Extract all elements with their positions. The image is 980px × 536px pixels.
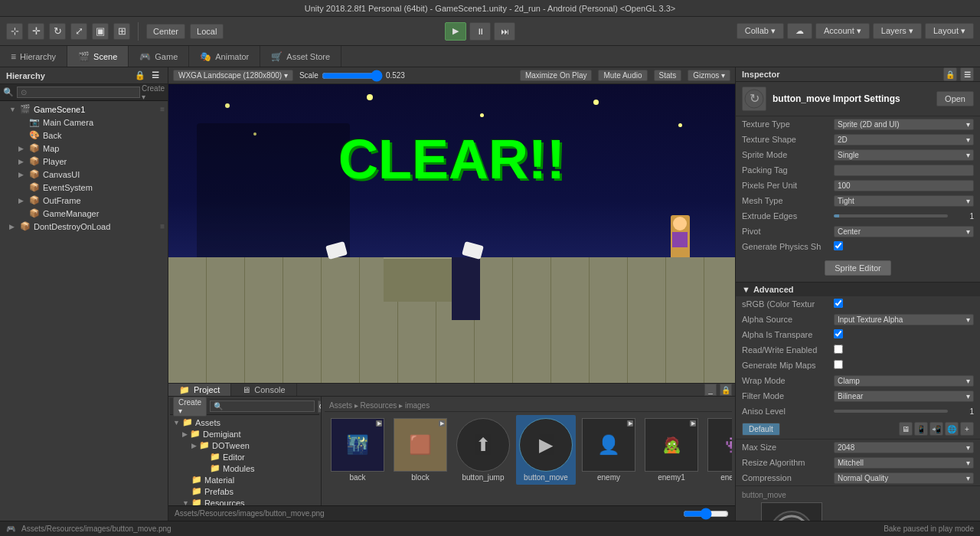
move-tool[interactable]: ✛ bbox=[28, 23, 44, 40]
pixels-per-unit-input[interactable] bbox=[834, 180, 974, 191]
scale-tool[interactable]: ⤢ bbox=[70, 23, 87, 40]
mute-btn[interactable]: Mute Audio bbox=[598, 70, 647, 81]
ios-platform-icon[interactable]: 📲 bbox=[929, 422, 943, 436]
asset-enemy1[interactable]: 🧟 ▶ enemy1 bbox=[642, 415, 701, 485]
inspector-more-icon[interactable]: ☰ bbox=[960, 67, 974, 81]
tree-item-canvasui[interactable]: ▶ 📦 CanvasUI bbox=[0, 168, 168, 181]
cloud-button[interactable]: ☁ bbox=[787, 23, 812, 39]
tab-animator[interactable]: 🎭 Animator bbox=[189, 46, 260, 67]
center-button[interactable]: Center bbox=[146, 24, 185, 39]
ptree-dotween[interactable]: ▶ 📁 DOTween bbox=[170, 440, 319, 451]
sprite-editor-button[interactable]: Sprite Editor bbox=[825, 260, 891, 276]
asset-arrow-button-jump[interactable]: ▶ bbox=[501, 420, 508, 427]
asset-enemy[interactable]: 👤 ▶ enemy bbox=[579, 415, 639, 485]
max-size-dropdown[interactable]: 2048 ▾ bbox=[834, 442, 974, 453]
tab-scene[interactable]: 🎬 Scene bbox=[67, 46, 129, 67]
tab-project[interactable]: 📁 Project bbox=[168, 384, 231, 396]
tree-item-main-camera[interactable]: 📷 Main Camera bbox=[0, 116, 168, 129]
ptree-modules[interactable]: 📁 Modules bbox=[170, 462, 319, 474]
asset-arrow-enemy[interactable]: ▶ bbox=[627, 420, 633, 427]
hierarchy-create-btn[interactable]: Create ▾ bbox=[142, 84, 165, 101]
rotate-tool[interactable]: ↻ bbox=[49, 23, 66, 40]
alpha-source-dropdown[interactable]: Input Texture Alpha ▾ bbox=[834, 314, 974, 325]
account-button[interactable]: Account ▾ bbox=[815, 23, 870, 39]
project-search-input[interactable] bbox=[210, 400, 315, 412]
maximize-btn[interactable]: Maximize On Play bbox=[520, 70, 593, 81]
ptree-prefabs[interactable]: 📁 Prefabs bbox=[170, 485, 319, 497]
asset-block[interactable]: 🟫 ▶ block bbox=[390, 415, 450, 485]
tree-item-player[interactable]: ▶ 📦 Player bbox=[0, 155, 168, 168]
srgb-checkbox[interactable] bbox=[834, 299, 843, 308]
collab-button[interactable]: Collab ▾ bbox=[737, 23, 784, 39]
default-tab-btn[interactable]: Default bbox=[742, 423, 780, 436]
asset-arrow-back[interactable]: ▶ bbox=[376, 420, 382, 427]
resolution-dropdown[interactable]: WXGA Landscape (1280x800) ▾ bbox=[173, 70, 293, 81]
rect-tool[interactable]: ▣ bbox=[92, 23, 109, 40]
pivot-row: Pivot Center ▾ bbox=[736, 224, 980, 239]
panel-collapse-icon[interactable]: _ bbox=[704, 384, 717, 396]
gizmos-btn[interactable]: Gizmos ▾ bbox=[688, 70, 730, 81]
panel-lock-icon[interactable]: 🔒 bbox=[720, 384, 732, 396]
local-button[interactable]: Local bbox=[190, 24, 224, 39]
scale-slider[interactable] bbox=[322, 70, 383, 82]
android-platform-icon[interactable]: 📱 bbox=[914, 422, 928, 436]
custom-tool[interactable]: ⊞ bbox=[113, 23, 130, 40]
asset-button-jump[interactable]: ⬆ ▶ button_jump bbox=[453, 415, 513, 485]
texture-type-dropdown[interactable]: Sprite (2D and UI) ▾ bbox=[834, 119, 974, 130]
tree-item-eventsystem[interactable]: 📦 EventSystem bbox=[0, 181, 168, 194]
hierarchy-lock-icon[interactable]: 🔒 bbox=[134, 70, 146, 82]
layout-button[interactable]: Layout ▾ bbox=[925, 23, 974, 39]
zoom-slider[interactable] bbox=[683, 508, 729, 520]
asset-arrow-enemy1[interactable]: ▶ bbox=[690, 420, 696, 427]
webgl-platform-icon[interactable]: 🌐 bbox=[945, 422, 959, 436]
resize-algo-dropdown[interactable]: Mitchell ▾ bbox=[834, 457, 974, 469]
sprite-mode-dropdown[interactable]: Single ▾ bbox=[834, 149, 974, 161]
tree-item-dontdestroy[interactable]: ▶ 📦 DontDestroyOnLoad ≡ bbox=[0, 220, 168, 233]
open-button[interactable]: Open bbox=[936, 91, 974, 106]
asset-file-path: Assets/Resources/images/button_move.png bbox=[322, 509, 325, 518]
asset-arrow-button-move[interactable]: ▶ bbox=[564, 420, 570, 427]
inspector-lock-icon[interactable]: 🔒 bbox=[943, 67, 957, 81]
tree-item-gamescene1[interactable]: ▼ 🎬 GameScene1 ≡ bbox=[0, 103, 168, 116]
packing-tag-input[interactable] bbox=[834, 165, 974, 176]
gen-mip-checkbox[interactable] bbox=[834, 360, 843, 369]
tab-console[interactable]: 🖥 Console bbox=[231, 384, 296, 396]
pivot-dropdown[interactable]: Center ▾ bbox=[834, 226, 974, 237]
tree-item-back[interactable]: 🎨 Back bbox=[0, 129, 168, 142]
advanced-section-header[interactable]: ▼ Advanced bbox=[736, 282, 980, 296]
project-create-btn[interactable]: Create ▾ bbox=[173, 397, 207, 417]
hierarchy-menu-icon[interactable]: ☰ bbox=[149, 70, 162, 82]
alpha-transp-checkbox[interactable] bbox=[834, 329, 843, 338]
ptree-assets[interactable]: ▼ 📁 Assets bbox=[170, 417, 319, 428]
transform-tool[interactable]: ⊹ bbox=[6, 23, 23, 40]
wrap-mode-dropdown[interactable]: Clamp ▾ bbox=[834, 375, 974, 387]
tree-item-gamemanager[interactable]: 📦 GameManager bbox=[0, 207, 168, 220]
ptree-demigiant[interactable]: ▶ 📁 Demigiant bbox=[170, 428, 319, 440]
read-write-checkbox[interactable] bbox=[834, 345, 843, 354]
asset-back[interactable]: 🌃 ▶ back bbox=[328, 415, 387, 485]
gen-physics-checkbox[interactable] bbox=[834, 241, 843, 250]
filter-mode-dropdown[interactable]: Bilinear ▾ bbox=[834, 391, 974, 402]
window-title: Unity 2018.2.8f1 Personal (64bit) - Game… bbox=[305, 4, 675, 13]
asset-arrow-block[interactable]: ▶ bbox=[439, 420, 445, 427]
ptree-editor[interactable]: 📁 Editor bbox=[170, 451, 319, 462]
tab-hierarchy[interactable]: ≡ Hierarchy bbox=[0, 46, 67, 67]
asset-button-move[interactable]: ▶ ▶ button_move bbox=[516, 415, 576, 485]
hierarchy-search-input[interactable] bbox=[17, 87, 140, 98]
stats-btn[interactable]: Stats bbox=[654, 70, 682, 81]
tree-item-map[interactable]: ▶ 📦 Map bbox=[0, 142, 168, 155]
play-button[interactable]: ▶ bbox=[445, 22, 466, 41]
layers-button[interactable]: Layers ▾ bbox=[873, 23, 922, 39]
asset-enemy2[interactable]: 👾 ▶ enemy2 bbox=[704, 415, 732, 485]
add-platform-icon[interactable]: + bbox=[960, 422, 974, 436]
tree-item-outframe[interactable]: ▶ 📦 OutFrame bbox=[0, 194, 168, 207]
ptree-material[interactable]: 📁 Material bbox=[170, 474, 319, 485]
mesh-type-dropdown[interactable]: Tight ▾ bbox=[834, 195, 974, 207]
step-button[interactable]: ⏭ bbox=[494, 22, 515, 41]
compression-dropdown[interactable]: Normal Quality ▾ bbox=[834, 472, 974, 484]
tab-game[interactable]: 🎮 Game bbox=[129, 46, 189, 67]
pc-platform-icon[interactable]: 🖥 bbox=[899, 422, 913, 436]
tab-asset-store[interactable]: 🛒 Asset Store bbox=[260, 46, 341, 67]
pause-button[interactable]: ⏸ bbox=[469, 22, 491, 41]
texture-shape-dropdown[interactable]: 2D ▾ bbox=[834, 134, 974, 145]
